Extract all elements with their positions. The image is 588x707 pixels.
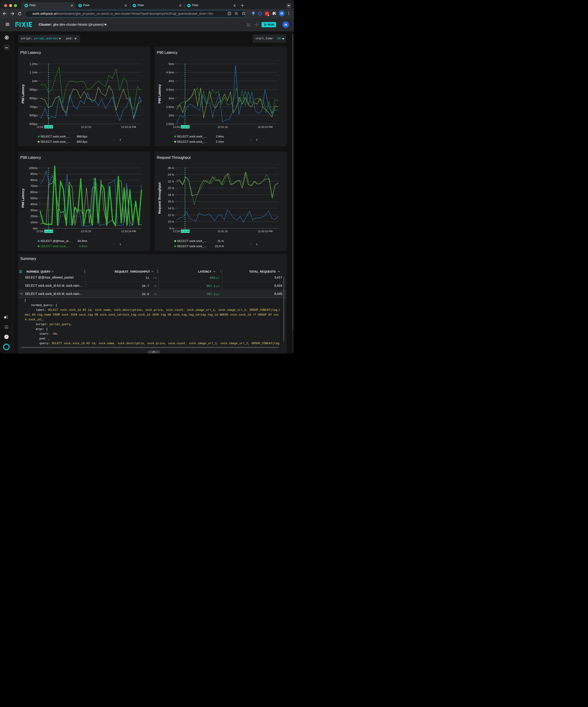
svg-text:12:29:30: 12:29:30 (44, 126, 53, 128)
svg-text:Request throughput: Request throughput (158, 182, 161, 214)
svg-text:40ms: 40ms (30, 202, 38, 206)
svg-text:20ms: 20ms (30, 214, 38, 218)
svg-text:12:31:15: 12:31:15 (218, 125, 228, 128)
svg-text:24 /s: 24 /s (168, 173, 174, 176)
svg-text:1ms: 1ms (32, 79, 37, 83)
svg-text:900µs: 900µs (30, 88, 37, 91)
svg-text:3.5ms: 3.5ms (166, 88, 174, 91)
svg-text:12:31:15: 12:31:15 (218, 230, 228, 233)
svg-text:30ms: 30ms (30, 208, 38, 212)
svg-text:4.5ms: 4.5ms (166, 71, 174, 74)
svg-text:18 /s: 18 /s (168, 193, 174, 197)
svg-text:50ms: 50ms (30, 197, 38, 200)
svg-text:12:29:1: 12:29:1 (36, 125, 45, 128)
svg-text:12:29:1: 12:29:1 (173, 125, 182, 128)
svg-text:22 /s: 22 /s (168, 180, 174, 183)
svg-text:2ms: 2ms (169, 113, 174, 117)
svg-text:5ms: 5ms (169, 62, 174, 66)
svg-text:12:33:15 PM: 12:33:15 PM (121, 125, 136, 128)
svg-text:2.5ms: 2.5ms (166, 105, 174, 109)
svg-text:12:33:15 PM: 12:33:15 PM (258, 125, 273, 128)
svg-text:12:29:30: 12:29:30 (44, 230, 53, 232)
svg-text:14 /s: 14 /s (168, 206, 174, 210)
svg-text:12:29:30: 12:29:30 (181, 126, 190, 128)
svg-text:12:31:15: 12:31:15 (81, 230, 91, 233)
svg-text:P90 Latency: P90 Latency (158, 84, 161, 104)
svg-text:12:29:30: 12:29:30 (181, 230, 190, 232)
svg-text:20 /s: 20 /s (168, 186, 174, 190)
svg-text:700µs: 700µs (30, 105, 37, 109)
svg-text:60ms: 60ms (30, 190, 38, 194)
svg-text:10 /s: 10 /s (168, 220, 174, 223)
svg-text:10ms: 10ms (30, 221, 38, 224)
svg-text:12:31:15: 12:31:15 (81, 125, 91, 128)
svg-text:4ms: 4ms (169, 79, 174, 83)
svg-text:12:33:15 PM: 12:33:15 PM (121, 230, 136, 233)
svg-text:600µs: 600µs (30, 113, 37, 117)
svg-text:100ms: 100ms (29, 166, 38, 170)
svg-text:1.1ms: 1.1ms (30, 71, 37, 74)
svg-text:800µs: 800µs (30, 97, 37, 100)
svg-text:12:33:15 PM: 12:33:15 PM (258, 230, 273, 233)
svg-text:12 /s: 12 /s (168, 213, 174, 217)
svg-text:90ms: 90ms (30, 172, 38, 176)
svg-text:70ms: 70ms (30, 184, 38, 188)
svg-text:12:29:1: 12:29:1 (36, 230, 45, 233)
svg-text:80ms: 80ms (30, 178, 38, 182)
svg-text:16 /s: 16 /s (168, 200, 174, 203)
svg-text:P99 Latency: P99 Latency (21, 189, 25, 208)
svg-text:3ms: 3ms (169, 97, 174, 100)
svg-text:26 /s: 26 /s (168, 166, 174, 170)
svg-text:P50 Latency: P50 Latency (21, 84, 25, 104)
svg-text:1.2ms: 1.2ms (30, 62, 37, 66)
svg-text:12:29:1: 12:29:1 (173, 230, 182, 233)
